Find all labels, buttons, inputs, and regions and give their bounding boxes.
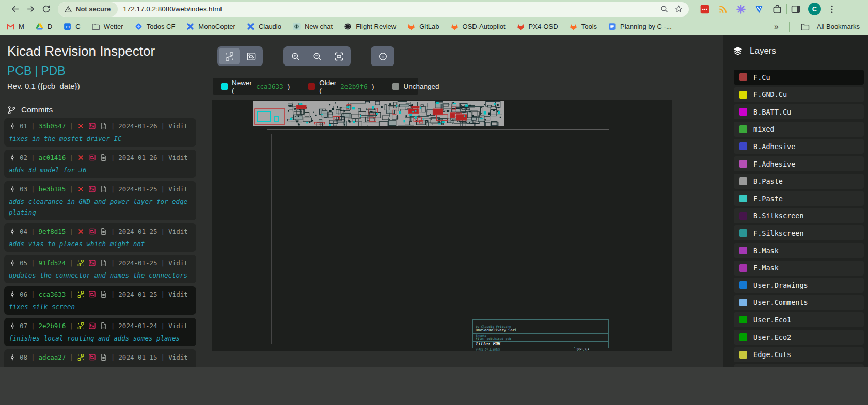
layer-item-b-paste[interactable]: B.Paste — [734, 174, 864, 189]
layer-item-f-gnd-cu[interactable]: F.GND.Cu — [734, 87, 864, 102]
commit-meta-row: 05|91fd524||2024-01-25|Vidit Kat — [9, 259, 192, 267]
report-file-icon[interactable] — [100, 322, 107, 330]
url-text[interactable]: 172.17.0.2:8080/web/index.html — [123, 5, 657, 13]
openai-icon — [292, 22, 301, 31]
commit-node-icon — [9, 353, 16, 361]
layer-item-f-mask[interactable]: F.Mask — [734, 261, 864, 276]
avatar[interactable]: C — [808, 3, 821, 15]
layer-item-user-eco2[interactable]: User.Eco2 — [734, 330, 864, 345]
layer-item-user-comments[interactable]: User.Comments — [734, 295, 864, 310]
layer-item-b-silkscreen[interactable]: B.Silkscreen — [734, 208, 864, 223]
layer-item-f-silkscreen[interactable]: F.Silkscreen — [734, 225, 864, 240]
commit-date: 2024-01-25 — [118, 185, 157, 193]
bookmark-item[interactable]: New chat — [292, 22, 333, 31]
bookmarks-overflow-chevron[interactable]: » — [774, 22, 779, 31]
rss-extension-icon[interactable] — [717, 4, 729, 15]
report-file-icon[interactable] — [100, 290, 107, 298]
separator: | — [111, 353, 115, 361]
bookmark-item[interactable]: Todos CF — [134, 22, 176, 31]
layer-color-swatch — [739, 108, 747, 116]
layer-item-f-paste[interactable]: F.Paste — [734, 191, 864, 206]
reload-icon[interactable] — [38, 2, 54, 17]
compare-icon — [77, 259, 85, 267]
layer-item-b-mask[interactable]: B.Mask — [734, 243, 864, 258]
layer-label: F.Paste — [753, 195, 783, 203]
bookmark-item[interactable]: Planning by C -... — [608, 22, 672, 31]
sidebar: Kicad Revision Inspector PCB|PDB Rev. 0.… — [0, 35, 202, 367]
commit-author: Vidit Kat — [168, 122, 192, 130]
bookmark-item[interactable]: Flight Review — [343, 22, 396, 31]
pcb-image-icon[interactable] — [88, 122, 96, 130]
bookmark-item[interactable]: Tools — [569, 22, 597, 31]
bookmark-item[interactable]: OSD-Autopilot — [450, 22, 506, 31]
report-file-icon[interactable] — [100, 122, 107, 130]
flower-extension-icon[interactable] — [735, 4, 747, 15]
commit-item-ac01416[interactable]: 02|ac01416||2024-01-26|Vidit Katadds 3d … — [4, 150, 196, 178]
bookmark-item[interactable]: MonoCopter — [186, 22, 235, 31]
zoom-out-button[interactable] — [307, 48, 327, 64]
commit-meta-row: 04|9ef8d15||2024-01-25|Vidit Kat — [9, 228, 192, 235]
commit-item-be3b185[interactable]: 03|be3b185||2024-01-25|Vidit Katadds cle… — [4, 181, 196, 220]
bookmark-star-icon[interactable] — [671, 2, 686, 17]
layer-item-b-adhesive[interactable]: B.Adhesive — [734, 139, 864, 154]
zoom-in-button[interactable] — [285, 48, 306, 64]
report-file-icon[interactable] — [100, 259, 107, 267]
pcb-image-icon[interactable] — [88, 259, 96, 267]
worksheet-frame — [267, 129, 609, 348]
extensions-icon[interactable] — [771, 4, 783, 15]
separator: | — [111, 290, 115, 298]
compare-button[interactable] — [219, 48, 240, 64]
fit-screen-button[interactable] — [328, 48, 349, 64]
bookmark-item[interactable]: Claudio — [246, 22, 281, 31]
board-button[interactable] — [241, 48, 261, 64]
separator: | — [161, 154, 165, 161]
bookmark-label: Claudio — [259, 23, 281, 30]
v-extension-icon[interactable] — [753, 4, 765, 15]
commit-number: 02 — [20, 154, 27, 161]
commit-item-91fd524[interactable]: 05|91fd524||2024-01-25|Vidit Katupdates … — [4, 255, 196, 283]
layer-item-user-drawings[interactable]: User.Drawings — [734, 278, 864, 293]
legend-label: ) — [288, 83, 290, 90]
report-file-icon[interactable] — [100, 154, 107, 161]
layer-item-user-eco1[interactable]: User.Eco1 — [734, 312, 864, 327]
back-icon[interactable] — [7, 2, 23, 17]
report-file-icon[interactable] — [100, 228, 107, 235]
password-extension-icon[interactable] — [699, 4, 711, 15]
commit-item-cca3633[interactable]: 06|cca3633||2024-01-25|Vidit Katfixes si… — [4, 286, 196, 315]
bookmark-item[interactable]: Wetter — [91, 22, 123, 31]
bookmark-item[interactable]: 19C — [63, 22, 80, 31]
bookmark-item[interactable]: M — [6, 22, 24, 31]
pcb-image-icon[interactable] — [88, 185, 96, 193]
bookmark-item[interactable]: D — [35, 22, 52, 31]
zoom-page-icon[interactable] — [657, 2, 671, 17]
menu-dots-icon[interactable] — [826, 4, 838, 15]
layer-item-b-batt-cu[interactable]: B.BATT.Cu — [734, 104, 864, 119]
layer-item-margin[interactable]: Margin — [734, 364, 864, 367]
pcb-image-icon[interactable] — [88, 154, 96, 161]
pcb-image-icon[interactable] — [88, 228, 96, 235]
pcb-image-icon[interactable] — [88, 290, 96, 298]
commit-item-adcaa27[interactable]: 08|adcaa27||2024-01-15|Vidit Katadds spa… — [4, 349, 196, 367]
pcb-image-icon[interactable] — [88, 353, 96, 361]
address-bar[interactable]: Not secure 172.17.0.2:8080/web/index.htm… — [58, 2, 689, 17]
report-file-icon[interactable] — [100, 185, 107, 193]
not-secure-chip[interactable]: Not secure — [58, 2, 118, 17]
side-panel-icon[interactable] — [790, 4, 801, 15]
layer-item-mixed[interactable]: mixed — [734, 122, 864, 137]
bookmark-item[interactable]: PX4-OSD — [516, 22, 558, 31]
pcb-image-icon[interactable] — [88, 322, 96, 330]
commit-item-2e2b9f6[interactable]: 07|2e2b9f6||2024-01-24|Vidit Katfinishes… — [4, 318, 196, 346]
commit-item-9ef8d15[interactable]: 04|9ef8d15||2024-01-25|Vidit Katadds via… — [4, 223, 196, 252]
bookmark-item[interactable]: GitLab — [407, 22, 439, 31]
compare-icon — [77, 353, 85, 361]
commit-number: 05 — [20, 259, 27, 267]
forward-icon[interactable] — [23, 2, 38, 17]
commit-item-33b0547[interactable]: 01|33b0547||2024-01-26|Vidit Katfixes in… — [4, 118, 196, 147]
all-bookmarks-label[interactable]: All Bookmarks — [817, 23, 860, 30]
report-file-icon[interactable] — [100, 353, 107, 361]
info-button[interactable] — [372, 48, 393, 64]
layer-item-f-cu[interactable]: F.Cu — [734, 70, 864, 85]
layer-item-f-adhesive[interactable]: F.Adhesive — [734, 156, 864, 171]
layer-item-edge-cuts[interactable]: Edge.Cuts — [734, 347, 864, 362]
pcb-canvas[interactable]: by Claudio Fritsche OneSecDelivery Sarl … — [212, 100, 672, 351]
